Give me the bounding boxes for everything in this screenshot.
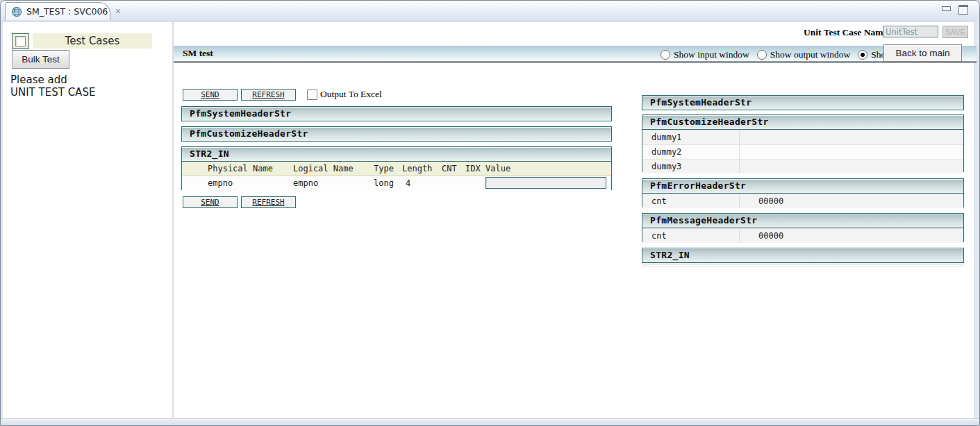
close-icon[interactable]: ✕: [115, 7, 121, 16]
sm-test-title: SM test: [183, 48, 213, 59]
field-value: 00000: [740, 194, 963, 208]
show-input-window-radio[interactable]: [661, 50, 670, 60]
empty-test-case-message: Please add UNIT TEST CASE: [10, 74, 95, 99]
output-panel-system-header: PfmSystemHeaderStr: [642, 95, 964, 110]
output-to-excel-label[interactable]: Output To Excel: [320, 89, 382, 100]
panel-title: PfmMessageHeaderStr: [642, 214, 963, 228]
select-all-checkbox[interactable]: [15, 36, 26, 46]
window-bottom-border: [1, 418, 979, 425]
output-row: dummy1: [642, 130, 963, 144]
globe-icon: [11, 6, 22, 17]
unit-test-case-name-label: Unit Test Case Name: [804, 27, 887, 38]
window-controls: [942, 5, 968, 15]
output-row: dummy3: [642, 159, 963, 173]
tab-bar: SM_TEST : SVC006 ✕: [1, 1, 979, 22]
output-row: dummy2: [642, 144, 963, 159]
field-name: dummy2: [642, 145, 740, 159]
str2-in-data-row: empno empno long 4: [182, 176, 611, 191]
send-button-top[interactable]: SEND: [183, 89, 238, 101]
panel-title: PfmSystemHeaderStr: [182, 107, 611, 121]
show-all-radio[interactable]: [858, 50, 867, 60]
minimize-icon[interactable]: [942, 6, 951, 11]
panel-title: PfmErrorHeaderStr: [642, 179, 963, 194]
input-panel-str2-in: STR2_IN Physical Name Logical Name Type …: [181, 146, 612, 190]
empty-message-line1: Please add: [10, 74, 95, 86]
field-name: cnt: [642, 194, 740, 208]
output-to-excel-checkbox[interactable]: [307, 90, 317, 100]
value-input[interactable]: [485, 177, 606, 189]
panel-title: PfmSystemHeaderStr: [642, 96, 963, 110]
cell-type: long: [374, 178, 394, 188]
panel-title: PfmCustomizeHeaderStr: [182, 127, 611, 141]
save-button[interactable]: SAVE: [942, 26, 968, 38]
show-output-window-label[interactable]: Show output window: [770, 49, 851, 60]
input-panel-system-header: PfmSystemHeaderStr: [181, 106, 612, 121]
panel-title: STR2_IN: [642, 248, 963, 262]
sm-test-bar: SM test Show input window Show output wi…: [174, 46, 977, 63]
show-output-window-radio[interactable]: [757, 50, 767, 60]
col-length: Length: [402, 164, 432, 173]
field-name: cnt: [642, 229, 740, 243]
col-physical-name: Physical Name: [208, 164, 273, 173]
output-panel-customize-header: PfmCustomizeHeaderStr dummy1 dummy2 dumm…: [642, 114, 964, 172]
cell-physical-name: empno: [208, 178, 233, 188]
col-cnt: CNT: [442, 164, 457, 173]
field-value: [740, 160, 963, 173]
field-value: [740, 130, 963, 144]
field-name: dummy1: [642, 130, 740, 144]
refresh-button-top[interactable]: REFRESH: [241, 89, 296, 101]
field-value: [740, 145, 963, 159]
back-to-main-button[interactable]: Back to main: [883, 44, 962, 62]
output-panel-message-header: PfmMessageHeaderStr cnt 00000: [642, 213, 964, 242]
test-cases-header: Test Cases: [33, 33, 152, 49]
maximize-icon[interactable]: [958, 5, 968, 15]
col-type: Type: [374, 164, 394, 173]
show-input-window-label[interactable]: Show input window: [674, 49, 749, 60]
bulk-test-button[interactable]: Bulk Test: [12, 50, 69, 69]
window-left-border: [1, 21, 3, 425]
test-cases-select-all-cell[interactable]: [12, 33, 29, 49]
unit-test-case-name-input[interactable]: [883, 26, 938, 37]
empty-message-line2: UNIT TEST CASE: [10, 86, 95, 99]
editor-tab[interactable]: SM_TEST : SVC006 ✕: [5, 2, 110, 20]
str2-in-column-header-row: Physical Name Logical Name Type Length C…: [182, 162, 611, 176]
sidebar-divider: [172, 22, 174, 419]
output-panel-error-header: PfmErrorHeaderStr cnt 00000: [642, 178, 964, 207]
col-logical-name: Logical Name: [293, 164, 354, 173]
view-mode-radios: Show input window Show output window Sho…: [661, 46, 908, 63]
output-row: cnt 00000: [642, 194, 963, 208]
cell-length: 4: [406, 178, 410, 188]
field-value: 00000: [740, 229, 963, 243]
panel-title: STR2_IN: [182, 147, 611, 162]
panel-title: PfmCustomizeHeaderStr: [642, 115, 963, 130]
field-name: dummy3: [642, 160, 740, 173]
window-right-border: [974, 21, 979, 425]
str2-in-double-underline: [642, 264, 964, 266]
cell-logical-name: empno: [293, 178, 318, 188]
app-window: SM_TEST : SVC006 ✕ Test Cases Bulk Test …: [0, 0, 980, 426]
output-row: cnt 00000: [642, 228, 963, 243]
input-panel-customize-header: PfmCustomizeHeaderStr: [181, 126, 612, 142]
refresh-button-bottom[interactable]: REFRESH: [241, 196, 296, 208]
col-value: Value: [485, 164, 510, 173]
tab-title: SM_TEST : SVC006: [26, 6, 108, 17]
col-idx: IDX: [465, 164, 481, 173]
send-button-bottom[interactable]: SEND: [183, 196, 238, 208]
output-panel-str2-in: STR2_IN: [642, 248, 964, 263]
